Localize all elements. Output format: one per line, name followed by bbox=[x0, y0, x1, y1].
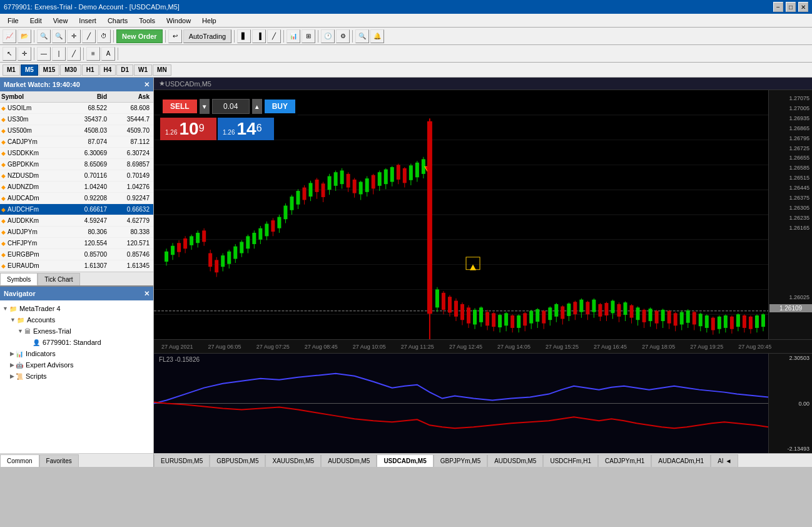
tf-h4[interactable]: H4 bbox=[99, 64, 116, 76]
nav-tab-common[interactable]: Common bbox=[0, 454, 39, 467]
line-button[interactable]: ╱ bbox=[82, 29, 96, 43]
mw-row-usddkkm[interactable]: ◆USDDKKm6.300696.30724 bbox=[0, 148, 153, 159]
navigator-close[interactable]: ✕ bbox=[144, 290, 150, 298]
template-button[interactable]: ⊞ bbox=[302, 29, 315, 43]
mw-row-usoilm[interactable]: ◆USOILm68.52268.608 bbox=[0, 103, 153, 114]
indicator-button[interactable]: 📊 bbox=[287, 29, 300, 43]
trendline-button[interactable]: ╱ bbox=[67, 47, 81, 61]
mw-tab-tick-chart[interactable]: Tick Chart bbox=[38, 273, 79, 285]
chart-tab-xauusd[interactable]: XAUUSDm,M5 bbox=[265, 454, 321, 467]
chart-tab-audusd[interactable]: AUDUSDm,M5 bbox=[321, 454, 377, 467]
maximize-button[interactable]: □ bbox=[786, 2, 796, 12]
mw-row-audcadm[interactable]: ◆AUDCADm0.922080.92247 bbox=[0, 193, 153, 204]
tree-item-exness-trial[interactable]: ▼🏛Exness-Trial bbox=[0, 325, 153, 337]
tree-item-metatrader-4[interactable]: ▼📁MetaTrader 4 bbox=[0, 303, 153, 314]
text-button[interactable]: A bbox=[101, 47, 115, 61]
tf-m15[interactable]: M15 bbox=[39, 64, 59, 76]
chart-candle-button[interactable]: ▐ bbox=[252, 29, 266, 43]
tree-expand[interactable]: ▼ bbox=[10, 317, 16, 323]
tree-item-indicators[interactable]: ▶📊Indicators bbox=[0, 348, 153, 359]
tree-expand[interactable]: ▶ bbox=[10, 350, 14, 357]
undo-button[interactable]: ↩ bbox=[168, 29, 182, 43]
tf-mn[interactable]: MN bbox=[153, 64, 171, 76]
chart-bar-button[interactable]: ▋ bbox=[237, 29, 251, 43]
tree-expand[interactable]: ▶ bbox=[10, 373, 14, 379]
menu-edit[interactable]: Edit bbox=[25, 16, 47, 26]
sell-button[interactable]: SELL bbox=[163, 100, 197, 113]
hline-button[interactable]: — bbox=[37, 47, 51, 61]
period-button[interactable]: ⏱ bbox=[97, 29, 111, 43]
mw-row-euraudm[interactable]: ◆EURAUDm1.613071.61345 bbox=[0, 260, 153, 272]
mw-row-eurgbpm[interactable]: ◆EURGBPm0.857000.85746 bbox=[0, 249, 153, 260]
chart-line-button[interactable]: ╱ bbox=[267, 29, 281, 43]
mw-row-chfjpym[interactable]: ◆CHFJPYm120.554120.571 bbox=[0, 238, 153, 249]
open-button[interactable]: 📂 bbox=[18, 29, 31, 43]
tree-item-scripts[interactable]: ▶📜Scripts bbox=[0, 371, 153, 382]
menu-help[interactable]: Help bbox=[197, 16, 221, 26]
tree-item-expert-advisors[interactable]: ▶🤖Expert Advisors bbox=[0, 359, 153, 371]
window-controls[interactable]: − □ ✕ bbox=[773, 2, 808, 12]
mw-row-nzdusdm[interactable]: ◆NZDUSDm0.701160.70149 bbox=[0, 170, 153, 182]
menu-insert[interactable]: Insert bbox=[74, 16, 101, 26]
tf-h1[interactable]: H1 bbox=[82, 64, 99, 76]
mw-row-us30m[interactable]: ◆US30m35437.035444.7 bbox=[0, 114, 153, 125]
chart-tab-audcad[interactable]: AUDACADm,H1 bbox=[651, 454, 711, 467]
mw-row-auddkkm[interactable]: ◆AUDDKKm4.592474.62779 bbox=[0, 215, 153, 227]
chart-tab-usdcad[interactable]: USDCADm,M5 bbox=[377, 454, 433, 467]
menu-file[interactable]: File bbox=[3, 16, 24, 26]
new-chart-button[interactable]: 📈 bbox=[3, 29, 16, 43]
tf-m1[interactable]: M1 bbox=[3, 64, 20, 76]
chart-tab-usdchf[interactable]: USDCHFm,H1 bbox=[543, 454, 598, 467]
search-button[interactable]: 🔍 bbox=[355, 29, 369, 43]
mw-tab-symbols[interactable]: Symbols bbox=[0, 273, 38, 285]
tf-m30[interactable]: M30 bbox=[60, 64, 81, 76]
menu-charts[interactable]: Charts bbox=[103, 16, 133, 26]
mw-row-us500m[interactable]: ◆US500m4508.034509.70 bbox=[0, 125, 153, 136]
price-down-arrow[interactable]: ▼ bbox=[200, 99, 210, 114]
order-size-input[interactable] bbox=[212, 99, 250, 114]
tree-expand[interactable]: ▶ bbox=[10, 362, 14, 368]
tf-m5[interactable]: M5 bbox=[21, 64, 38, 76]
clock-button[interactable]: 🕐 bbox=[321, 29, 335, 43]
autotrading-button[interactable]: AutoTrading bbox=[183, 29, 232, 43]
alert-button[interactable]: 🔔 bbox=[370, 29, 384, 43]
menu-tools[interactable]: Tools bbox=[134, 16, 160, 26]
menu-window[interactable]: Window bbox=[161, 16, 196, 26]
tree-node-icon: 📊 bbox=[16, 350, 23, 357]
fib-button[interactable]: ≡ bbox=[86, 47, 100, 61]
settings-button[interactable]: ⚙ bbox=[336, 29, 350, 43]
tf-d1[interactable]: D1 bbox=[116, 64, 133, 76]
chart-tab-eurusd[interactable]: EURUSDm,M5 bbox=[154, 454, 210, 467]
mw-row-cadjpym[interactable]: ◆CADJPYm87.07487.112 bbox=[0, 136, 153, 148]
chart-main[interactable]: SELL ▼ ▲ BUY 1.26 109 1.26 146 bbox=[154, 90, 812, 339]
tree-item-6779901:-standard[interactable]: 👤6779901: Standard bbox=[0, 337, 153, 348]
menu-view[interactable]: View bbox=[48, 16, 73, 26]
nav-tab-favorites[interactable]: Favorites bbox=[39, 454, 79, 467]
new-order-button[interactable]: New Order bbox=[116, 29, 163, 43]
market-watch-close[interactable]: ✕ bbox=[144, 81, 150, 89]
mw-row-audjpym[interactable]: ◆AUDJPYm80.30680.338 bbox=[0, 227, 153, 238]
chart-tab-gbpusd[interactable]: GBPUSDm,M5 bbox=[210, 454, 265, 467]
buy-button[interactable]: BUY bbox=[265, 100, 295, 113]
chart-tab-audusd2[interactable]: AUDUSDm,M5 bbox=[487, 454, 543, 467]
zoom-in-button[interactable]: 🔍 bbox=[37, 29, 51, 43]
navigator-header: Navigator ✕ bbox=[0, 287, 153, 300]
vline-button[interactable]: | bbox=[52, 47, 66, 61]
mw-row-audchfm[interactable]: ◆AUDCHFm0.666170.66632 bbox=[0, 204, 153, 215]
price-up-arrow[interactable]: ▲ bbox=[252, 99, 262, 114]
cursor-button[interactable]: ↖ bbox=[3, 47, 16, 61]
crosshair-button[interactable]: ✛ bbox=[67, 29, 81, 43]
tf-w1[interactable]: W1 bbox=[134, 64, 152, 76]
crosshair2-button[interactable]: ✛ bbox=[18, 47, 31, 61]
chart-tab-cadjpy[interactable]: CADJPYm,H1 bbox=[598, 454, 651, 467]
zoom-out-button[interactable]: 🔍 bbox=[52, 29, 66, 43]
tree-expand[interactable]: ▼ bbox=[3, 305, 8, 312]
mw-row-gbpdkkm[interactable]: ◆GBPDKKm8.650698.69857 bbox=[0, 159, 153, 170]
tree-item-accounts[interactable]: ▼📁Accounts bbox=[0, 314, 153, 325]
chart-tab-gbpjpy[interactable]: GBPJPYm,M5 bbox=[434, 454, 487, 467]
tree-expand[interactable]: ▼ bbox=[18, 328, 23, 334]
minimize-button[interactable]: − bbox=[773, 2, 783, 12]
mw-row-audnzdm[interactable]: ◆AUDNZDm1.042401.04276 bbox=[0, 182, 153, 193]
chart-tab-ai[interactable]: AI ◄ bbox=[711, 454, 738, 467]
close-button[interactable]: ✕ bbox=[798, 2, 808, 12]
